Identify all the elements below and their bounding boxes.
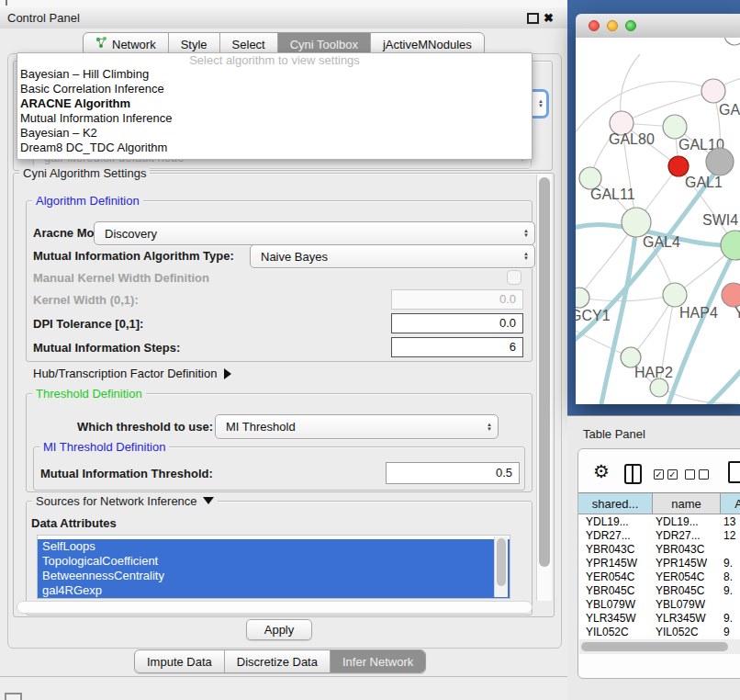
table-cell: 12 xyxy=(723,529,735,543)
network-node[interactable] xyxy=(706,148,734,175)
table-row[interactable]: YIL052CYIL052C9 xyxy=(578,626,740,636)
node-label: Y xyxy=(734,305,740,321)
float-window-icon[interactable] xyxy=(527,13,539,24)
control-panel-title: Control Panel xyxy=(7,7,80,28)
network-node-gcy1[interactable] xyxy=(576,288,589,308)
algorithm-definition-title: Algorithm Definition xyxy=(32,194,143,208)
network-node-gal10[interactable] xyxy=(663,115,687,139)
table-cell: 9 xyxy=(723,626,730,636)
checked-box-icon: ✓ xyxy=(667,469,678,480)
network-edge[interactable] xyxy=(693,352,740,404)
manual-kernel-width-checkbox[interactable] xyxy=(507,270,521,285)
attribute-item[interactable]: BetweennessCentrality xyxy=(38,569,510,583)
table-row[interactable]: YLR345WYLR345W9. xyxy=(578,612,740,626)
aracne-mode-combo[interactable]: Discovery ▲▼ xyxy=(94,221,535,245)
settings-horizontal-scrollbar[interactable] xyxy=(17,601,533,614)
apply-button[interactable]: Apply xyxy=(246,619,312,640)
which-threshold-combo[interactable]: MI Threshold ▲▼ xyxy=(215,414,499,439)
algorithm-popup-items: Bayesian – Hill ClimbingBasic Correlatio… xyxy=(17,67,532,155)
mi-steps-label: Mutual Information Steps: xyxy=(33,341,180,355)
mi-steps-input[interactable]: 6 xyxy=(391,337,523,357)
network-node-y[interactable] xyxy=(722,283,740,307)
attribute-item[interactable]: gal4RGexp xyxy=(38,583,510,598)
algorithm-option[interactable]: Bayesian – K2 xyxy=(17,126,532,141)
minimized-panel-icon[interactable] xyxy=(5,693,22,700)
algorithm-option[interactable]: Mutual Information Inference xyxy=(17,111,532,126)
kernel-width-input[interactable]: 0.0 xyxy=(391,289,523,310)
tab-label: Impute Data xyxy=(147,655,212,669)
node-label: GAL11 xyxy=(590,186,635,202)
network-canvas[interactable]: GALGAL80GAL10GAL1GAL11GAL4SWI4GCY1HAP4YH… xyxy=(576,38,740,404)
hub-definition-toggle[interactable]: Hub/Transcription Factor Definition xyxy=(33,367,231,380)
table-row[interactable]: YDL19...YDL19...13 xyxy=(578,515,740,529)
tab-label: Infer Network xyxy=(342,655,413,669)
expanded-arrow-icon xyxy=(203,497,214,504)
table-row[interactable]: YBR045CYBR045C9. xyxy=(578,584,740,598)
table-cell: YBR043C xyxy=(656,543,704,557)
bottom-tabbar: Impute DataDiscretize DataInfer Network xyxy=(134,649,426,673)
network-node-gal4[interactable] xyxy=(622,208,651,237)
table-cell: YIL052C xyxy=(586,626,629,636)
mi-algorithm-type-combo[interactable]: Naive Bayes ▲▼ xyxy=(250,244,535,268)
table-scrollbar-thumb[interactable] xyxy=(581,642,728,651)
minimize-traffic-light[interactable] xyxy=(607,20,618,31)
attributes-scrollbar-thumb[interactable] xyxy=(497,538,506,586)
network-graph: GALGAL80GAL10GAL1GAL11GAL4SWI4GCY1HAP4YH… xyxy=(576,38,740,404)
tab-label: Style xyxy=(181,38,207,51)
network-node-hap4[interactable] xyxy=(663,283,687,307)
attribute-item[interactable]: SelfLoops xyxy=(38,539,510,554)
table-row[interactable]: YPR145WYPR145W9. xyxy=(578,557,740,570)
tab-label: Discretize Data xyxy=(237,655,318,669)
column-header[interactable]: shared... xyxy=(578,493,653,514)
network-node[interactable] xyxy=(650,378,668,397)
close-traffic-light[interactable] xyxy=(589,20,600,31)
algorithm-option[interactable]: Dream8 DC_TDC Algorithm xyxy=(17,141,532,155)
algorithm-option[interactable]: Bayesian – Hill Climbing xyxy=(17,67,532,82)
table-horizontal-scrollbar[interactable] xyxy=(579,639,740,654)
settings-scrollbar-thumb[interactable] xyxy=(539,177,550,567)
dpi-tolerance-input[interactable]: 0.0 xyxy=(391,313,523,333)
network-edge[interactable] xyxy=(662,249,735,404)
aracne-mode-value: Discovery xyxy=(105,227,157,241)
node-label: GAL xyxy=(719,102,740,118)
table-row[interactable]: YDR27...YDR27...12 xyxy=(578,529,740,543)
page-icon[interactable] xyxy=(728,461,740,483)
gear-icon[interactable]: ⚙ xyxy=(593,460,610,482)
column-header[interactable]: A xyxy=(721,493,740,514)
table-cell: YDL19... xyxy=(656,515,699,529)
unchecked-box-icon xyxy=(685,469,695,480)
unchecked-pair-icon[interactable] xyxy=(685,469,712,486)
node-label: HAP2 xyxy=(634,365,673,380)
attribute-item[interactable]: TopologicalCoefficient xyxy=(38,554,510,569)
network-node-gal[interactable] xyxy=(701,79,725,103)
cyni-algorithm-settings-title: Cyni Algorithm Settings xyxy=(19,166,150,180)
node-label: GAL4 xyxy=(643,234,680,250)
tab-label: Network xyxy=(112,38,156,51)
column-header[interactable]: name xyxy=(653,493,721,514)
algorithm-option[interactable]: ARACNE Algorithm xyxy=(17,96,532,111)
tab-discretize-data[interactable]: Discretize Data xyxy=(225,650,331,672)
tab-impute-data[interactable]: Impute Data xyxy=(135,650,225,672)
table-cell: YIL052C xyxy=(656,626,699,636)
data-attributes-list[interactable]: SelfLoopsTopologicalCoefficientBetweenne… xyxy=(37,535,510,599)
network-window-titlebar[interactable] xyxy=(576,14,740,39)
network-node-gal1[interactable] xyxy=(668,156,689,176)
attributes-scrollbar[interactable] xyxy=(494,536,508,597)
close-icon[interactable]: ✖ xyxy=(544,7,554,28)
tab-label: Select xyxy=(232,38,265,51)
screen: Control Panel ✖ NetworkStyleSelectCyni T… xyxy=(0,0,740,700)
table-row[interactable]: YBL079WYBL079W xyxy=(578,598,740,612)
table-row[interactable]: YBR043CYBR043C xyxy=(578,543,740,557)
settings-vertical-scrollbar[interactable] xyxy=(536,175,552,601)
mi-threshold-input[interactable]: 0.5 xyxy=(386,462,520,484)
table-cell: YDR27... xyxy=(586,529,631,543)
zoom-traffic-light[interactable] xyxy=(625,20,636,31)
node-label: GAL80 xyxy=(609,131,655,147)
network-node[interactable] xyxy=(724,38,740,45)
tab-infer-network[interactable]: Infer Network xyxy=(331,650,425,672)
checked-pair-icon[interactable]: ✓✓ xyxy=(654,469,681,486)
split-columns-icon[interactable] xyxy=(624,464,642,484)
algorithm-option[interactable]: Basic Correlation Inference xyxy=(17,82,532,96)
table-row[interactable]: YER054CYER054C8. xyxy=(578,570,740,584)
table-cell: 13 xyxy=(723,515,735,529)
